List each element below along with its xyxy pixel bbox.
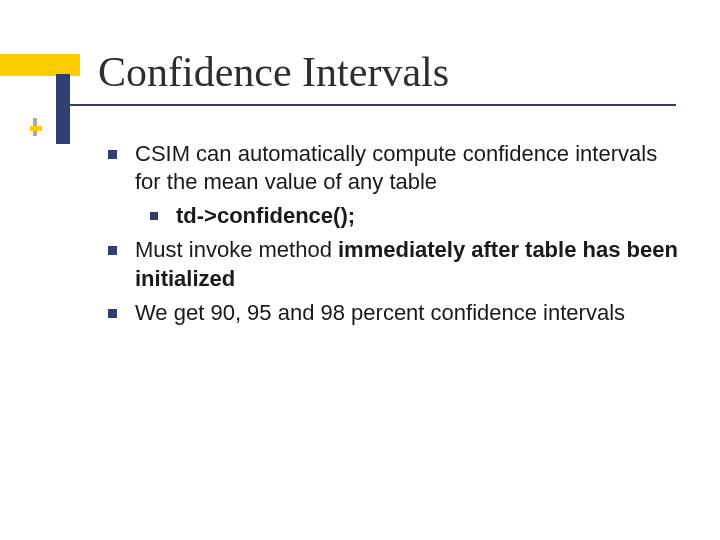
- accent-bar-blue: [56, 74, 70, 144]
- bullet-item-2: Must invoke method immediately after tab…: [108, 236, 678, 292]
- bullet-text-3: We get 90, 95 and 98 percent confidence …: [135, 299, 678, 327]
- bullet-square-icon: [108, 246, 117, 255]
- slide-title: Confidence Intervals: [98, 48, 449, 96]
- bullet-text-1: CSIM can automatically compute confidenc…: [135, 140, 678, 196]
- bullet-text-2: Must invoke method immediately after tab…: [135, 236, 678, 292]
- bullet-text-2-pre: Must invoke method: [135, 237, 338, 262]
- bullet-square-icon: [150, 212, 158, 220]
- bullet-text-1a: td->confidence();: [176, 202, 678, 230]
- bullet-square-icon: [108, 309, 117, 318]
- bullet-item-1a: td->confidence();: [150, 202, 678, 230]
- content-area: CSIM can automatically compute confidenc…: [108, 140, 678, 333]
- bullet-square-icon: [108, 150, 117, 159]
- accent-bar-yellow: [0, 54, 80, 76]
- title-block: Confidence Intervals: [0, 54, 720, 118]
- side-decor-yellow: [30, 126, 42, 131]
- bullet-item-1: CSIM can automatically compute confidenc…: [108, 140, 678, 196]
- slide: Confidence Intervals CSIM can automatica…: [0, 0, 720, 540]
- side-decor: [30, 118, 52, 136]
- title-underline: [56, 104, 676, 106]
- bullet-item-3: We get 90, 95 and 98 percent confidence …: [108, 299, 678, 327]
